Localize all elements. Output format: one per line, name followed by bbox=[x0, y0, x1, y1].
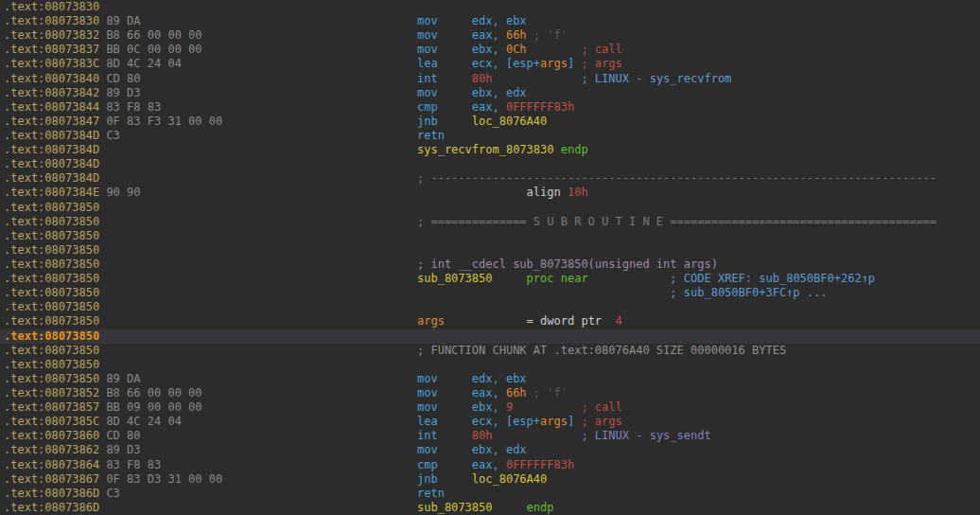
bytes-token: 0F 83 D3 31 00 00 bbox=[99, 472, 222, 486]
disasm-line[interactable]: .text:08073842 89 D3mov ebx, edx bbox=[0, 86, 980, 100]
instruction-text: jnb bbox=[417, 472, 472, 486]
keyword-text: endp bbox=[527, 501, 554, 514]
disasm-line[interactable]: .text:08073862 89 D3mov ebx, edx bbox=[0, 443, 980, 457]
address-token: .text:08073860 bbox=[4, 429, 99, 442]
disasm-line[interactable]: .text:08073830 bbox=[0, 0, 980, 14]
disasm-code: lea ecx, [esp+args] ; args bbox=[417, 415, 622, 429]
address-token: .text:08073850 bbox=[4, 272, 99, 285]
disasm-line[interactable]: .text:0807384E 90 90 align 10h bbox=[0, 186, 980, 200]
disasm-code: jnb loc_8076A40 bbox=[417, 115, 547, 129]
auto-comment: ; LINUX - sys_recvfrom bbox=[581, 72, 731, 85]
address-token: .text:08073830 bbox=[4, 14, 99, 27]
operand-number: 10h bbox=[568, 186, 588, 199]
disasm-line[interactable]: .text:0807384Dsys_recvfrom_8073830 endp bbox=[0, 143, 980, 157]
name-label[interactable]: sub_8073850 bbox=[417, 501, 492, 514]
bytes-token: B8 66 00 00 00 bbox=[99, 386, 201, 400]
disasm-line[interactable]: .text:08073837 BB 0C 00 00 00mov ebx, 0C… bbox=[0, 43, 980, 57]
disasm-line[interactable]: .text:08073850; FUNCTION CHUNK AT .text:… bbox=[0, 344, 980, 358]
spacer bbox=[492, 501, 526, 514]
bytes-token: 8D 4C 24 04 bbox=[99, 57, 182, 70]
disasm-line[interactable]: .text:0807383C 8D 4C 24 04lea ecx, [esp+… bbox=[0, 57, 980, 71]
disasm-line[interactable]: .text:08073864 83 F8 83cmp eax, 0FFFFFF8… bbox=[0, 458, 980, 472]
disasm-code: ; --------------------------------------… bbox=[417, 171, 936, 186]
disasm-line[interactable]: .text:08073867 0F 83 D3 31 00 00jnb loc_… bbox=[0, 472, 980, 487]
instruction-text: cmp eax, bbox=[417, 458, 506, 471]
address-token: .text:08073852 bbox=[4, 386, 99, 400]
address-token: .text:08073867 bbox=[4, 472, 99, 486]
address-token: .text:0807384D bbox=[4, 129, 99, 142]
instruction-text: jnb bbox=[417, 115, 472, 128]
disasm-line[interactable]: .text:08073850 89 DAmov edx, ebx bbox=[0, 372, 980, 386]
disasm-line[interactable]: .text:0807386D C3retn bbox=[0, 487, 980, 501]
disasm-line[interactable]: .text:0807384D bbox=[0, 157, 980, 171]
disasm-code: mov eax, 66h ; 'f' bbox=[417, 28, 568, 43]
instruction-text: mov ebx, bbox=[417, 43, 506, 56]
operand-number: 0FFFFFF83h bbox=[506, 100, 574, 114]
disasm-code: cmp eax, 0FFFFFF83h bbox=[417, 100, 574, 115]
disasm-line[interactable]: .text:0807386Dsub_8073850 endp bbox=[0, 501, 980, 515]
comment-text: ; call bbox=[581, 400, 621, 414]
address-token: .text:08073850 bbox=[4, 229, 99, 242]
bytes-token: 89 D3 bbox=[99, 86, 140, 99]
disasm-line[interactable]: .text:08073852 B8 66 00 00 00mov eax, 66… bbox=[0, 386, 980, 400]
disasm-code: int 80h ; LINUX - sys_recvfrom bbox=[417, 72, 731, 86]
disasm-line[interactable]: .text:0807384D; ------------------------… bbox=[0, 171, 980, 186]
bytes-token: 8D 4C 24 04 bbox=[99, 415, 182, 428]
spacer bbox=[417, 286, 670, 299]
disasm-line[interactable]: .text:08073850 bbox=[0, 358, 980, 372]
instruction-text: mov ebx, bbox=[417, 400, 506, 414]
name-label[interactable]: loc_8076A40 bbox=[472, 472, 547, 486]
disasm-line[interactable]: .text:08073832 B8 66 00 00 00mov eax, 66… bbox=[0, 28, 980, 43]
disasm-line[interactable]: .text:0807385C 8D 4C 24 04lea ecx, [esp+… bbox=[0, 415, 980, 429]
disasm-line[interactable]: .text:08073850; int __cdecl sub_8073850(… bbox=[0, 258, 980, 272]
address-token: .text:0807383C bbox=[4, 57, 99, 70]
disasm-code: ; FUNCTION CHUNK AT .text:08076A40 SIZE … bbox=[417, 344, 786, 358]
address-token: .text:08073850 bbox=[4, 372, 99, 385]
disasm-line[interactable]: .text:08073850sub_8073850 proc near ; CO… bbox=[0, 272, 980, 286]
disasm-code: sub_8073850 endp bbox=[417, 501, 554, 515]
auto-comment: ; CODE XREF: sub_8050BF0+262↑p bbox=[670, 272, 875, 285]
disasm-code: mov ebx, 0Ch ; call bbox=[417, 43, 622, 57]
disasm-line[interactable]: .text:08073830 89 DAmov edx, ebx bbox=[0, 14, 980, 28]
operand-immediate: args bbox=[540, 415, 568, 428]
disasm-line[interactable]: .text:08073860 CD 80int 80h ; LINUX - sy… bbox=[0, 429, 980, 443]
name-label[interactable]: sub_8073850 bbox=[417, 272, 492, 285]
directive-text: = dword ptr bbox=[527, 314, 616, 328]
directive-text: align bbox=[527, 186, 568, 199]
instruction-text: int bbox=[417, 429, 472, 442]
name-label[interactable]: sys_recvfrom_8073830 bbox=[417, 143, 554, 156]
disasm-line[interactable]: .text:08073857 BB 09 00 00 00mov ebx, 9 … bbox=[0, 400, 980, 415]
address-token: .text:0807386D bbox=[4, 487, 99, 500]
disasm-line[interactable]: .text:08073840 CD 80int 80h ; LINUX - sy… bbox=[0, 72, 980, 86]
separator-comment: ; --------------------------------------… bbox=[417, 171, 936, 185]
disasm-line[interactable]: .text:08073847 0F 83 F3 31 00 00jnb loc_… bbox=[0, 115, 980, 129]
address-token: .text:08073850 bbox=[4, 300, 99, 313]
disasm-line[interactable]: .text:08073850; ============== S U B R O… bbox=[0, 215, 980, 229]
address-token: .text:08073850 bbox=[4, 344, 99, 357]
disasm-line[interactable]: .text:08073850 bbox=[0, 243, 980, 258]
disasm-line[interactable]: .text:08073850 bbox=[0, 329, 980, 344]
disasm-line[interactable]: .text:08073850 bbox=[0, 300, 980, 314]
address-token: .text:08073850 bbox=[4, 286, 99, 299]
disasm-code: ; int __cdecl sub_8073850(unsigned int a… bbox=[417, 258, 718, 272]
spacer bbox=[527, 43, 582, 56]
name-label[interactable]: loc_8076A40 bbox=[472, 115, 547, 128]
disasm-code: mov ebx, edx bbox=[417, 443, 527, 457]
disasm-line[interactable]: .text:08073850 bbox=[0, 201, 980, 215]
address-token: .text:08073847 bbox=[4, 115, 99, 128]
disasm-code: mov ebx, 9 ; call bbox=[417, 400, 622, 415]
disasm-line[interactable]: .text:08073850 ; sub_8050BF0+3FC↑p ... bbox=[0, 286, 980, 300]
operand-immediate: args bbox=[417, 314, 445, 328]
disasm-line[interactable]: .text:08073850args = dword ptr 4 bbox=[0, 314, 980, 329]
disasm-line[interactable]: .text:08073844 83 F8 83cmp eax, 0FFFFFF8… bbox=[0, 100, 980, 115]
disasm-line[interactable]: .text:0807384D C3retn bbox=[0, 129, 980, 143]
disasm-code: mov edx, ebx bbox=[417, 14, 527, 28]
address-token: .text:0807385C bbox=[4, 415, 99, 428]
disassembly-view: .text:08073830.text:08073830 89 DAmov ed… bbox=[0, 0, 980, 515]
bytes-token: C3 bbox=[99, 129, 120, 142]
char-comment: ; 'f' bbox=[527, 28, 568, 42]
instruction-text: mov ebx, edx bbox=[417, 86, 527, 99]
instruction-text: retn bbox=[417, 129, 445, 142]
address-token: .text:08073864 bbox=[4, 458, 99, 471]
disasm-line[interactable]: .text:08073850 bbox=[0, 229, 980, 243]
